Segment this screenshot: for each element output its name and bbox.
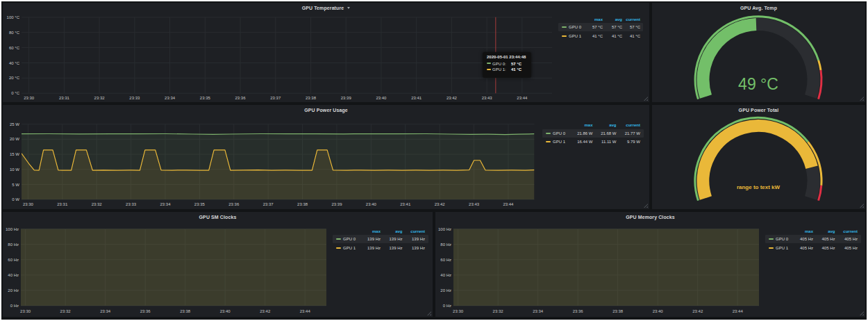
- legend-series-name[interactable]: GPU 0: [343, 235, 356, 243]
- gpu-power-usage-legend: maxavgcurrentGPU 021.86 W21.68 W21.77 WG…: [3, 105, 649, 209]
- series-dash-icon[interactable]: [336, 247, 341, 249]
- legend-row-gpu-1: GPU 116.44 W11.11 W9.79 W: [3, 138, 649, 146]
- legend-row-gpu-1: GPU 141 °C41 °C41 °C: [3, 32, 649, 40]
- legend-value: 405 Hz: [837, 244, 858, 252]
- legend-value: 57 °C: [585, 23, 603, 31]
- legend-value: 41 °C: [604, 32, 622, 40]
- legend-header-avg[interactable]: avg: [604, 15, 622, 24]
- legend-value: 139 Hz: [360, 244, 381, 252]
- legend-header-row: maxavgcurrent: [3, 15, 649, 24]
- legend-value: 57 °C: [604, 23, 622, 31]
- legend-row-gpu-0: GPU 0139 Hz139 Hz139 Hz: [3, 235, 433, 243]
- gauge-track: [811, 167, 814, 198]
- gauge-threshold-segment-1: [819, 60, 821, 70]
- legend-header-row: maxavgcurrent: [3, 121, 649, 129]
- legend-row-gpu-0: GPU 057 °C57 °C57 °C: [3, 23, 649, 31]
- legend-header-max[interactable]: max: [585, 15, 603, 24]
- legend-value: 405 Hz: [792, 235, 813, 243]
- legend-value: 21.77 W: [618, 129, 640, 138]
- legend-value: 139 Hz: [404, 235, 425, 243]
- gpu-memory-clocks-legend: maxavgcurrentGPU 0405 Hz405 Hz405 HzGPU …: [435, 212, 865, 317]
- legend-header-avg[interactable]: avg: [594, 121, 617, 129]
- legend-row-gpu-1: GPU 1139 Hz139 Hz139 Hz: [3, 244, 433, 252]
- legend-value: 9.79 W: [618, 138, 640, 146]
- series-dash-icon[interactable]: [562, 35, 567, 37]
- gpu-avg-temp-gauge: 49 °C: [652, 3, 865, 102]
- panel-gpu-power-total: GPU Power Total range to text kW: [652, 105, 865, 209]
- legend-row-gpu-0: GPU 021.86 W21.68 W21.77 W: [3, 129, 649, 138]
- legend-value: 41 °C: [622, 32, 640, 40]
- legend-value: 139 Hz: [360, 235, 381, 243]
- series-dash-icon[interactable]: [546, 133, 551, 134]
- legend-value: 139 Hz: [382, 235, 403, 243]
- legend-header-max[interactable]: max: [571, 121, 593, 129]
- legend-value: 405 Hz: [837, 235, 858, 243]
- legend-value: 11.11 W: [594, 138, 617, 146]
- panel-gpu-temperature: GPU Temperature 0 °C20 °C40 °C60 °C80 °C…: [3, 3, 649, 102]
- grafana-dashboard: GPU Temperature 0 °C20 °C40 °C60 °C80 °C…: [1, 1, 867, 320]
- legend-series-name[interactable]: GPU 0: [553, 129, 565, 138]
- legend-value: 41 °C: [585, 32, 603, 40]
- legend-series-name[interactable]: GPU 0: [776, 235, 788, 243]
- legend-value: 405 Hz: [792, 244, 813, 252]
- legend-row-gpu-0: GPU 0405 Hz405 Hz405 Hz: [435, 235, 865, 243]
- panel-gpu-memory-clocks: GPU Memory Clocks 0 Hz20 Hz40 Hz60 Hz80 …: [435, 212, 865, 317]
- series-dash-icon[interactable]: [336, 238, 341, 240]
- gpu-temperature-legend: maxavgcurrentGPU 057 °C57 °C57 °CGPU 141…: [3, 3, 649, 102]
- series-dash-icon[interactable]: [562, 26, 567, 28]
- series-dash-icon[interactable]: [546, 141, 551, 142]
- gpu-sm-clocks-legend: maxavgcurrentGPU 0139 Hz139 Hz139 HzGPU …: [3, 212, 433, 317]
- legend-header-current[interactable]: current: [622, 15, 640, 24]
- legend-value: 405 Hz: [815, 244, 835, 252]
- legend-series-name[interactable]: GPU 1: [569, 32, 581, 40]
- legend-value: 405 Hz: [815, 235, 835, 243]
- legend-series-name[interactable]: GPU 1: [553, 138, 565, 146]
- series-dash-icon[interactable]: [769, 238, 774, 240]
- legend-series-name[interactable]: GPU 0: [569, 23, 581, 31]
- legend-value: 21.68 W: [594, 129, 617, 138]
- series-dash-icon[interactable]: [769, 247, 774, 249]
- legend-row-gpu-1: GPU 1405 Hz405 Hz405 Hz: [435, 244, 865, 252]
- gauge-value-text: range to text kW: [737, 184, 781, 190]
- legend-header-current[interactable]: current: [618, 121, 640, 129]
- panel-gpu-sm-clocks: GPU SM Clocks 0 Hz20 Hz40 Hz60 Hz80 Hz10…: [3, 212, 433, 317]
- legend-series-name[interactable]: GPU 1: [776, 244, 788, 252]
- panel-gpu-power-usage: GPU Power Usage 0 W5 W10 W15 W20 W25 W23…: [3, 105, 649, 209]
- legend-value: 139 Hz: [382, 244, 403, 252]
- legend-series-name[interactable]: GPU 1: [343, 244, 356, 252]
- panel-gpu-avg-temp: GPU Avg. Temp 49 °C: [652, 3, 865, 102]
- legend-value: 21.86 W: [571, 129, 593, 138]
- legend-value: 57 °C: [622, 23, 640, 31]
- legend-value: 139 Hz: [404, 244, 425, 252]
- gauge-value-text: 49 °C: [738, 75, 778, 93]
- gpu-power-total-gauge: range to text kW: [652, 105, 865, 209]
- legend-value: 16.44 W: [571, 138, 593, 146]
